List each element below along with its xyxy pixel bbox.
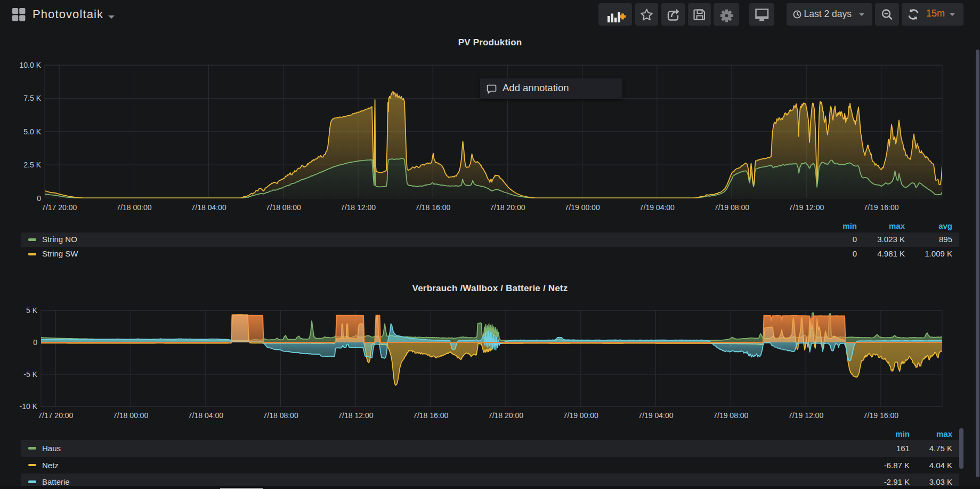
svg-text:7/19 16:00: 7/19 16:00 [863,411,898,420]
svg-text:7/19 00:00: 7/19 00:00 [565,203,600,212]
svg-text:7/19 08:00: 7/19 08:00 [714,203,749,212]
svg-text:7/18 16:00: 7/18 16:00 [415,203,450,212]
svg-text:5 K: 5 K [26,306,38,315]
svg-text:7/19 04:00: 7/19 04:00 [638,411,673,420]
svg-text:2.5 K: 2.5 K [23,161,41,169]
svg-text:7/18 08:00: 7/18 08:00 [266,203,301,212]
svg-text:7/18 12:00: 7/18 12:00 [341,203,376,212]
svg-text:7/18 00:00: 7/18 00:00 [113,411,148,420]
svg-text:7.5 K: 7.5 K [23,94,41,102]
svg-text:7/19 16:00: 7/19 16:00 [863,203,898,212]
svg-text:7/19 04:00: 7/19 04:00 [639,203,675,212]
svg-text:7/18 12:00: 7/18 12:00 [338,411,373,420]
svg-text:7/19 12:00: 7/19 12:00 [789,203,824,212]
svg-text:7/17 20:00: 7/17 20:00 [42,203,77,212]
svg-text:7/18 08:00: 7/18 08:00 [263,411,298,420]
svg-text:-10 K: -10 K [20,402,38,411]
svg-text:7/18 04:00: 7/18 04:00 [191,203,226,212]
svg-text:5.0 K: 5.0 K [23,127,41,136]
svg-text:7/18 16:00: 7/18 16:00 [413,411,448,420]
svg-text:-5 K: -5 K [23,370,37,379]
svg-text:7/18 04:00: 7/18 04:00 [188,411,223,420]
svg-text:7/19 12:00: 7/19 12:00 [788,411,823,420]
svg-text:7/19 00:00: 7/19 00:00 [563,411,598,420]
svg-text:0: 0 [37,194,41,203]
svg-text:7/17 20:00: 7/17 20:00 [38,411,73,420]
svg-text:7/18 20:00: 7/18 20:00 [488,411,523,420]
svg-text:10.0 K: 10.0 K [20,61,42,69]
svg-text:0: 0 [33,338,37,347]
svg-text:7/18 20:00: 7/18 20:00 [490,203,525,212]
svg-text:7/18 00:00: 7/18 00:00 [116,203,151,212]
svg-text:7/19 08:00: 7/19 08:00 [713,411,748,420]
